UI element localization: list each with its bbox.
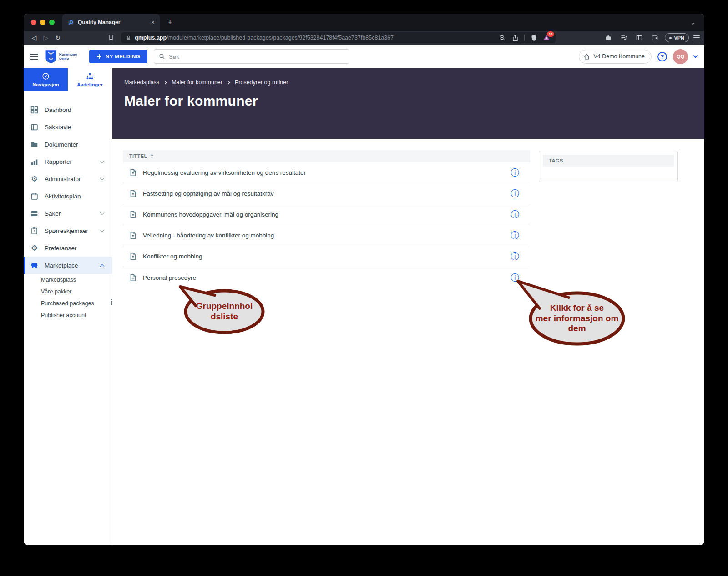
row-title: Personal prosedyre xyxy=(143,274,196,281)
document-icon xyxy=(129,190,137,197)
bar-chart-icon xyxy=(30,157,39,166)
sidebar-item-marketplace[interactable]: Marketplace xyxy=(24,257,112,274)
storefront-icon xyxy=(30,261,39,270)
info-icon[interactable]: ⓘ xyxy=(511,168,519,177)
main-content: Markedsplass Maler for kommuner Prosedyr… xyxy=(112,68,704,545)
browser-window: Quality Manager × + ⌄ ◁ ▷ ↻ qmplus.app /… xyxy=(24,14,704,545)
new-tab-button[interactable]: + xyxy=(167,17,172,27)
extensions-puzzle-icon[interactable] xyxy=(603,32,614,43)
app-menu-icon[interactable] xyxy=(30,54,38,60)
municipality-shield-icon xyxy=(45,49,57,64)
shield-icon[interactable] xyxy=(528,32,539,43)
sidebar-item-administrator[interactable]: ⚙ Administrator xyxy=(24,170,112,187)
table-row[interactable]: Veiledning - håndtering av konflikter og… xyxy=(123,225,530,246)
wallet-icon[interactable] xyxy=(649,32,660,43)
row-title: Kommunens hovedoppgaver, mål og organise… xyxy=(143,211,278,218)
sidebar-item-rapporter[interactable]: Rapporter xyxy=(24,153,112,170)
tags-panel: TAGS xyxy=(539,151,678,182)
compass-icon xyxy=(42,72,50,80)
close-window-button[interactable] xyxy=(31,20,36,25)
url-domain: qmplus.app xyxy=(135,35,167,41)
table-row[interactable]: Konflikter og mobbing ⓘ xyxy=(123,246,530,267)
folder-icon xyxy=(30,140,39,149)
sidebar-item-aktivitetsplan[interactable]: Aktivitetsplan xyxy=(24,187,112,205)
info-icon[interactable]: ⓘ xyxy=(511,252,519,261)
sidebar-item-label: Saker xyxy=(45,210,61,217)
table-row[interactable]: Fastsetting og oppfølging av mål og resu… xyxy=(123,183,530,204)
window-controls xyxy=(24,20,62,25)
sidebar-item-sporreskjemaer[interactable]: ? Spørreskjemaer xyxy=(24,222,112,239)
bookmark-icon[interactable] xyxy=(106,32,116,43)
info-icon[interactable]: ⓘ xyxy=(511,231,519,240)
vpn-button[interactable]: VPN xyxy=(665,33,689,42)
tab-title: Quality Manager xyxy=(78,19,147,25)
sidebar-item-label: Aktivitetsplan xyxy=(45,193,81,200)
sidebar-item-dashbord[interactable]: Dashbord xyxy=(24,101,112,118)
sidebar-subitem-purchased-packages[interactable]: Purchased packages xyxy=(24,298,112,309)
browser-tab-bar: Quality Manager × + ⌄ xyxy=(24,14,704,31)
breadcrumb-item[interactable]: Maler for kommuner xyxy=(172,79,222,86)
info-icon[interactable]: ⓘ xyxy=(511,210,519,219)
page-title: Maler for kommuner xyxy=(124,93,704,109)
sidebar-item-sakstavle[interactable]: Sakstavle xyxy=(24,118,112,136)
sidebar-item-label: Preferanser xyxy=(45,245,77,252)
content-area: TITTEL Regelmessig evaluering av virksom… xyxy=(112,139,704,545)
minimize-window-button[interactable] xyxy=(40,20,46,25)
profile-chevron-down-icon[interactable] xyxy=(693,54,698,58)
sidebar-item-preferanser[interactable]: ⚙ Preferanser xyxy=(24,239,112,257)
breadcrumb-item[interactable]: Markedsplass xyxy=(124,79,159,86)
breadcrumb: Markedsplass Maler for kommuner Prosedyr… xyxy=(124,79,704,86)
sidebar-tab-avdelinger[interactable]: Avdelinger xyxy=(68,68,112,91)
survey-clipboard-icon: ? xyxy=(30,227,39,235)
column-header-tittel[interactable]: TITTEL xyxy=(129,153,147,159)
avatar[interactable]: QQ xyxy=(673,49,688,64)
sort-icon[interactable] xyxy=(151,154,153,159)
svg-text:?: ? xyxy=(33,229,35,233)
sidebar-subitem-markedsplass[interactable]: Markedsplass xyxy=(24,274,112,286)
url-bar[interactable]: qmplus.app /module/marketplace/published… xyxy=(121,32,556,43)
info-icon[interactable]: ⓘ xyxy=(511,189,519,198)
sidebar-item-dokumenter[interactable]: Dokumenter xyxy=(24,136,112,153)
tab-list-chevron-icon[interactable]: ⌄ xyxy=(690,19,695,26)
sidebar-subitem-publisher-account[interactable]: Publisher account xyxy=(24,309,112,321)
rewards-triangle-icon[interactable]: 12 xyxy=(541,32,552,43)
table-row[interactable]: Kommunens hovedoppgaver, mål og organise… xyxy=(123,204,530,225)
browser-menu-icon[interactable] xyxy=(693,35,700,40)
chevron-up-icon xyxy=(100,264,105,268)
package-table: TITTEL Regelmessig evaluering av virksom… xyxy=(123,150,530,288)
forward-button[interactable]: ▷ xyxy=(40,34,52,41)
sidebar-item-saker[interactable]: Saker xyxy=(24,205,112,222)
zoom-out-icon[interactable] xyxy=(497,32,508,43)
share-icon[interactable] xyxy=(510,32,521,43)
search-input[interactable] xyxy=(169,53,344,60)
tags-panel-header: TAGS xyxy=(543,155,674,167)
browser-toolbar: ◁ ▷ ↻ qmplus.app /module/marketplace/pub… xyxy=(24,31,704,45)
sidebar-subitem-vare-pakker[interactable]: Våre pakker xyxy=(24,286,112,298)
breadcrumb-item: Prosedyrer og rutiner xyxy=(235,79,288,86)
tab-close-icon[interactable]: × xyxy=(151,19,155,26)
row-title: Konflikter og mobbing xyxy=(143,253,202,260)
account-name: V4 Demo Kommune xyxy=(593,53,645,60)
maximize-window-button[interactable] xyxy=(49,20,55,25)
app-logo[interactable]: Kommune-demo xyxy=(45,49,81,64)
reload-button[interactable]: ↻ xyxy=(52,34,64,41)
table-row[interactable]: Regelmessig evaluering av virksomheten o… xyxy=(123,162,530,183)
playlist-icon[interactable] xyxy=(618,32,629,43)
browser-tab[interactable]: Quality Manager × xyxy=(62,14,160,31)
sidebar-nav-list: Dashbord Sakstavle Dokumenter Rapporter … xyxy=(24,91,112,321)
global-search[interactable] xyxy=(154,49,349,64)
sidebar-toggle-icon[interactable] xyxy=(634,32,645,43)
logo-text: Kommune-demo xyxy=(59,52,81,61)
back-button[interactable]: ◁ xyxy=(28,34,40,41)
sidebar-item-label: Administrator xyxy=(45,176,81,182)
row-title: Regelmessig evaluering av virksomheten o… xyxy=(143,169,306,176)
help-button[interactable]: ? xyxy=(657,52,667,61)
chevron-down-icon xyxy=(100,227,105,232)
annotation-text: Gruppeinnhol dsliste xyxy=(188,297,261,327)
annotation-text: Klikk for å se mer informasjon om dem xyxy=(521,302,633,335)
new-message-button[interactable]: NY MELDING xyxy=(89,50,147,63)
account-selector[interactable]: V4 Demo Kommune xyxy=(579,50,652,64)
sidebar-tab-navigasjon[interactable]: Navigasjon xyxy=(24,68,68,91)
gear-icon: ⚙ xyxy=(30,244,39,253)
calendar-icon xyxy=(30,192,39,201)
